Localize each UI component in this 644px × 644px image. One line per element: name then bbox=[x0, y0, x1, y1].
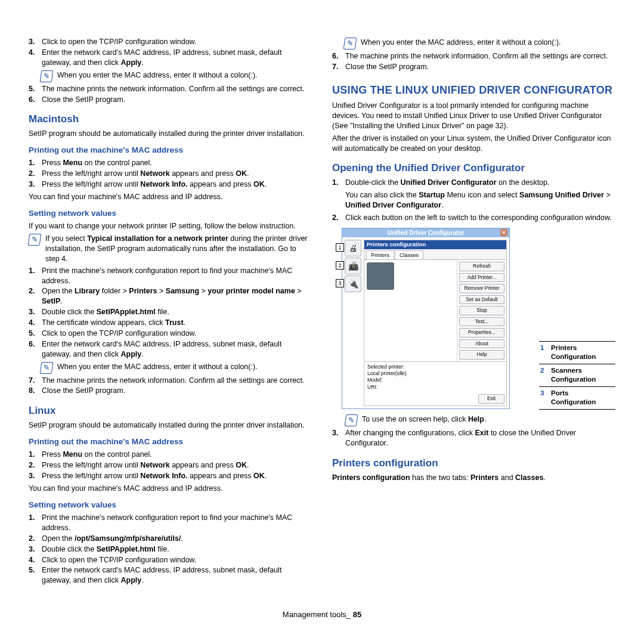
mac-set-intro: If you want to change your network print… bbox=[29, 221, 312, 231]
linux-print-after: You can find your machine's MAC address … bbox=[29, 484, 312, 494]
list-item: 8.Close the SetIP program. bbox=[29, 386, 312, 396]
list-item: 2.Click each button on the left to switc… bbox=[332, 213, 615, 223]
list-item: 1.Press Menu on the control panel. bbox=[29, 158, 312, 168]
configurator-window: Unified Driver Configurator× 🖨1 📠2 🔌3 Pr… bbox=[342, 228, 510, 409]
note-text: When you enter the MAC address, enter it… bbox=[361, 38, 561, 49]
callout-2: 2 bbox=[336, 261, 344, 270]
heading-linux-set: Setting network values bbox=[29, 500, 312, 510]
window-title: Unified Driver Configurator bbox=[388, 230, 465, 236]
list-item: 5.Click to open the TCP/IP configuration… bbox=[29, 329, 312, 339]
exit-button[interactable]: Exit bbox=[478, 394, 504, 403]
list-item: 5.Enter the network card's MAC address, … bbox=[29, 565, 312, 586]
list-item: 7.Close the SetIP program. bbox=[332, 62, 615, 72]
list-item: 3.Click to open the TCP/IP configuration… bbox=[29, 37, 312, 47]
dialog-button[interactable]: Help bbox=[459, 350, 504, 359]
list-item: 3.Press the left/right arrow until Netwo… bbox=[29, 179, 312, 190]
tab-classes[interactable]: Classes bbox=[395, 250, 423, 259]
configurator-figure: Unified Driver Configurator× 🖨1 📠2 🔌3 Pr… bbox=[332, 228, 615, 410]
left-column: 3.Click to open the TCP/IP configuration… bbox=[29, 36, 312, 600]
list-item: 4.Enter the network card's MAC address, … bbox=[29, 48, 312, 68]
window-titlebar[interactable]: Unified Driver Configurator× bbox=[342, 228, 509, 238]
close-icon[interactable]: × bbox=[500, 229, 507, 236]
list-item: 2.Press the left/right arrow until Netwo… bbox=[29, 460, 312, 470]
selected-line: Model: bbox=[367, 377, 503, 383]
note-text: When you enter the MAC address, enter it… bbox=[57, 70, 258, 82]
list-item: 4.The certificate window appears, click … bbox=[29, 318, 312, 328]
note-icon: ✎ bbox=[40, 362, 54, 374]
list-item: 3.Press the left/right arrow until Netwo… bbox=[29, 471, 312, 481]
right-column: ✎When you enter the MAC address, enter i… bbox=[332, 36, 615, 600]
linux-intro: SetIP program should be automatically in… bbox=[29, 420, 312, 431]
note-text: To use the on screen help, click Help. bbox=[362, 414, 486, 426]
tab-printers[interactable]: Printers bbox=[366, 250, 394, 259]
dialog-button[interactable]: Add Printer... bbox=[459, 273, 504, 282]
list-item: 7.The machine prints the network informa… bbox=[29, 376, 312, 386]
open-subtext: You can also click the Startup Menu icon… bbox=[345, 190, 615, 210]
callout-3: 3 bbox=[336, 279, 344, 287]
dialog-button[interactable]: Set as Default bbox=[459, 295, 504, 304]
page-number: 85 bbox=[353, 610, 361, 619]
note-text: When you enter the MAC address, enter it… bbox=[57, 362, 258, 374]
selected-printer-box: Selected printer: Local printer(idle) Mo… bbox=[364, 361, 506, 393]
list-item: 2.Open the Library folder > Printers > S… bbox=[29, 286, 312, 306]
list-item: 2.Press the left/right arrow until Netwo… bbox=[29, 169, 312, 179]
mac-print-after: You can find your machine's MAC address … bbox=[29, 192, 312, 202]
list-item: 2.Open the /opt/Samsung/mfp/share/utils/… bbox=[29, 534, 312, 544]
dialog-button[interactable]: Test... bbox=[459, 317, 504, 326]
uldc-p1: Unified Driver Configurator is a tool pr… bbox=[332, 101, 615, 131]
list-item: 1.Press Menu on the control panel. bbox=[29, 450, 312, 460]
heading-linux-print: Printing out the machine's MAC address bbox=[29, 436, 312, 447]
heading-printers-config: Printers configuration bbox=[332, 457, 615, 470]
list-item: 1.Double-click the Unified Driver Config… bbox=[332, 178, 615, 188]
note-icon: ✎ bbox=[343, 38, 357, 49]
selected-line: URI: bbox=[367, 384, 503, 391]
list-item: 1.Print the machine's network configurat… bbox=[29, 513, 312, 533]
dialog-button[interactable]: Refresh bbox=[459, 262, 504, 271]
dialog-button[interactable]: About bbox=[459, 339, 504, 348]
note-icon: ✎ bbox=[40, 70, 54, 82]
mac-intro: SetIP program should be automatically in… bbox=[29, 129, 312, 139]
panel-header: Printers configuration bbox=[364, 240, 506, 249]
sidebar-btn-scanners[interactable]: 📠2 bbox=[345, 258, 361, 274]
note-text: If you select Typical installation for a… bbox=[45, 234, 312, 264]
top-steps: 3.Click to open the TCP/IP configuration… bbox=[29, 37, 312, 68]
page-footer: Management tools_ 85 bbox=[29, 600, 615, 620]
list-item: 3.After changing the configurations, cli… bbox=[332, 428, 615, 448]
printer-list[interactable] bbox=[364, 260, 457, 361]
heading-mac-set: Setting network values bbox=[29, 208, 312, 219]
footer-section: Management tools bbox=[283, 610, 346, 619]
dialog-button[interactable]: Properties... bbox=[459, 328, 504, 337]
printer-icon bbox=[367, 262, 394, 290]
list-item: 6.Close the SetIP program. bbox=[29, 95, 312, 105]
callout-1: 1 bbox=[336, 243, 344, 252]
list-item: 6.The machine prints the network informa… bbox=[332, 51, 615, 61]
list-item: 6.Enter the network card's MAC address, … bbox=[29, 339, 312, 360]
dialog-button[interactable]: Stop bbox=[459, 306, 504, 315]
selected-line: Local printer(idle) bbox=[367, 370, 503, 377]
sidebar-switcher: 🖨1 📠2 🔌3 bbox=[345, 240, 361, 406]
dialog-button[interactable]: Remove Printer bbox=[459, 284, 504, 293]
list-item: 3.Double click the SetIPApplet.html file… bbox=[29, 307, 312, 317]
sidebar-btn-printers[interactable]: 🖨1 bbox=[345, 240, 361, 256]
note-icon: ✎ bbox=[345, 414, 358, 426]
heading-mac-print: Printing out the machine's MAC address bbox=[29, 145, 312, 156]
figure-legend: 1Printers Configuration2Scanners Configu… bbox=[539, 341, 615, 410]
list-item: 5.The machine prints the network informa… bbox=[29, 84, 312, 94]
note-icon: ✎ bbox=[28, 234, 42, 246]
uldc-p2: After the driver is installed on your Li… bbox=[332, 134, 615, 154]
tab-bar: Printers Classes bbox=[364, 249, 506, 259]
selected-label: Selected printer: bbox=[367, 364, 503, 370]
printers-config-text: Printers configuration has the two tabs:… bbox=[332, 473, 615, 483]
heading-uldc: USING THE LINUX UNIFIED DRIVER CONFIGURA… bbox=[332, 83, 615, 97]
sidebar-btn-ports[interactable]: 🔌3 bbox=[345, 275, 361, 292]
heading-linux: Linux bbox=[29, 404, 312, 418]
list-item: 4.Click to open the TCP/IP configuration… bbox=[29, 555, 312, 565]
heading-macintosh: Macintosh bbox=[29, 113, 312, 126]
heading-opening-uldc: Opening the Unified Driver Configurator bbox=[332, 162, 615, 175]
list-item: 3.Double click the SetIPApplet.html file… bbox=[29, 544, 312, 555]
list-item: 1.Print the machine's network configurat… bbox=[29, 266, 312, 286]
